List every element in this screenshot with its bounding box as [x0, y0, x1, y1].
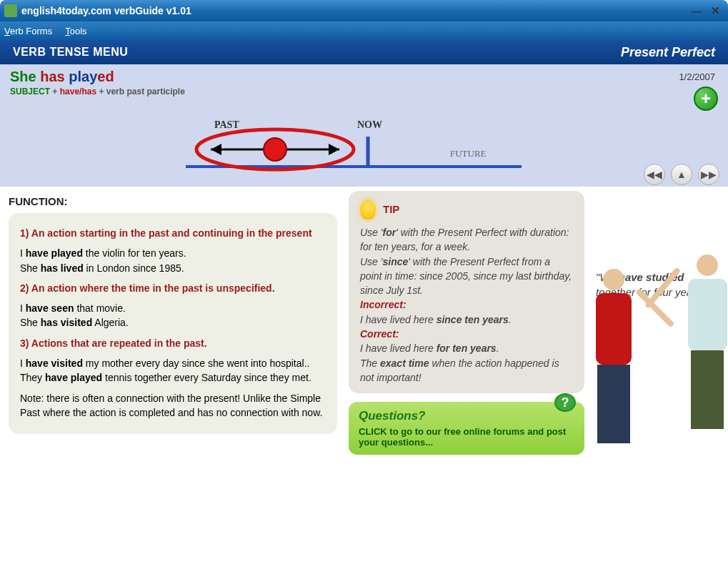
- example-subject: She: [10, 69, 36, 84]
- example-aux: has: [40, 69, 64, 84]
- svg-marker-4: [329, 144, 339, 155]
- image-column: "We have studied together for four years…: [596, 191, 719, 455]
- example-sentence: She has played: [10, 69, 679, 87]
- lightbulb-icon: [360, 199, 376, 220]
- function-ex2: I have seen that movie.She has visited A…: [20, 301, 326, 330]
- questions-title: Questions?: [359, 409, 574, 423]
- tip-incorrect: Incorrect:I have lived here since ten ye…: [360, 297, 573, 327]
- example-verb-root: play: [69, 69, 97, 84]
- window-titlebar: english4today.com verbGuide v1.01 — ✕: [0, 0, 728, 21]
- tip-column: TIP Use 'for' with the Present Perfect w…: [349, 191, 584, 455]
- people-illustration: [589, 240, 728, 448]
- formula-verb: verb past participle: [106, 87, 185, 97]
- svg-marker-3: [211, 144, 221, 155]
- current-tense-label: Present Perfect: [621, 45, 715, 60]
- menu-tools[interactable]: Tools: [65, 26, 86, 36]
- timeline-marker: [264, 138, 286, 161]
- function-h1: 1) An action starting in the past and co…: [20, 226, 326, 240]
- function-panel: 1) An action starting in the past and co…: [9, 213, 337, 434]
- date-label: 1/2/2007: [679, 69, 718, 87]
- function-ex1a: I have played the violin for ten years.S…: [20, 246, 326, 275]
- nav-next-button[interactable]: ▶▶: [698, 164, 719, 185]
- formula-subject: SUBJECT: [10, 87, 50, 97]
- tip-title: TIP: [383, 202, 399, 217]
- timeline: PAST NOW FUTURE ◀◀ ▲ ▶▶: [0, 115, 728, 187]
- function-heading: FUNCTION:: [9, 191, 337, 213]
- app-icon: [4, 4, 17, 17]
- timeline-past-label: PAST: [214, 119, 239, 130]
- menu-verb-forms-label: erb Forms: [10, 26, 52, 36]
- questions-body: CLICK to go to our free online forums an…: [359, 426, 574, 448]
- example-bar: She has played SUBJECT + have/has + verb…: [0, 64, 728, 115]
- tip-panel: TIP Use 'for' with the Present Perfect w…: [349, 191, 584, 393]
- minimize-button[interactable]: —: [688, 3, 705, 19]
- function-note: Note: there is often a connection with t…: [20, 391, 326, 420]
- timeline-now-label: NOW: [357, 119, 382, 130]
- function-ex3: I have visited my mother every day since…: [20, 356, 326, 385]
- person-left: [589, 269, 639, 448]
- header-band: VERB TENSE MENU Present Perfect: [0, 40, 728, 64]
- add-icon[interactable]: +: [694, 87, 718, 111]
- nav-buttons: ◀◀ ▲ ▶▶: [644, 164, 719, 185]
- function-h3: 3) Actions that are repeated in the past…: [20, 336, 326, 350]
- menu-tools-label: ools: [70, 26, 87, 36]
- person-right: [679, 255, 728, 448]
- verb-tense-menu-label[interactable]: VERB TENSE MENU: [13, 46, 621, 59]
- function-column: FUNCTION: 1) An action starting in the p…: [9, 191, 337, 455]
- nav-prev-button[interactable]: ◀◀: [644, 164, 665, 185]
- formula-havehas: have/has: [60, 87, 96, 97]
- function-h2: 2) An action where the time in the past …: [20, 281, 326, 295]
- nav-up-button[interactable]: ▲: [671, 164, 692, 185]
- content: FUNCTION: 1) An action starting in the p…: [0, 187, 728, 463]
- questions-panel[interactable]: ? Questions? CLICK to go to our free onl…: [349, 402, 584, 455]
- timeline-svg: PAST NOW FUTURE: [121, 115, 622, 187]
- close-button[interactable]: ✕: [707, 3, 724, 19]
- tip-for: Use 'for' with the Present Perfect with …: [360, 225, 573, 255]
- menu-verb-forms[interactable]: Verb Forms: [4, 26, 52, 36]
- example-verb-suffix: ed: [97, 69, 114, 84]
- tip-exact-time: The exact time when the action happened …: [360, 356, 573, 385]
- window-title: english4today.com verbGuide v1.01: [21, 5, 687, 16]
- timeline-future-label: FUTURE: [450, 148, 487, 159]
- tip-title-row: TIP: [360, 199, 573, 220]
- tip-correct: Correct:I have lived here for ten years.: [360, 327, 573, 356]
- menubar: Verb Forms Tools: [0, 21, 728, 40]
- formula: SUBJECT + have/has + verb past participl…: [10, 87, 679, 97]
- tip-since: Use 'since' with the Present Perfect fro…: [360, 255, 573, 298]
